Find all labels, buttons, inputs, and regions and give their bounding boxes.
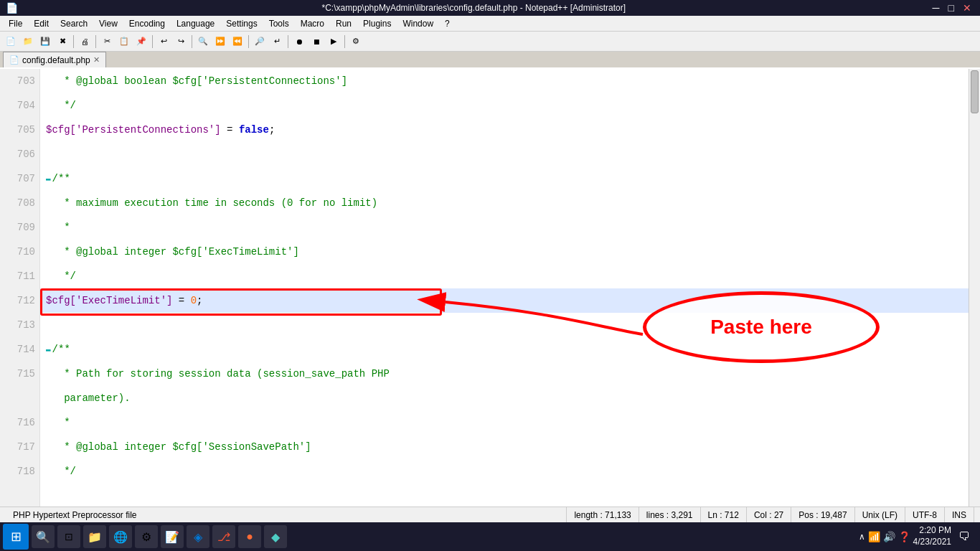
ln-status: Ln : 712	[701, 507, 747, 522]
menu-settings[interactable]: Settings	[220, 17, 263, 30]
line-numbers: 703 704 705 706 707 708 709 710 711 712 …	[0, 69, 40, 507]
toolbar-undo[interactable]: ↩	[156, 34, 171, 50]
code-line-714: ▬/**	[40, 337, 969, 362]
extra2-taskbar[interactable]: ◆	[264, 525, 287, 548]
fold-icon-714[interactable]: ▬	[46, 337, 51, 362]
code-line-710: * @global integer $cfg['ExecTimeLimit']	[40, 240, 969, 264]
encoding-status: UTF-8	[905, 507, 945, 522]
fold-icon-707[interactable]: ▬	[46, 166, 51, 191]
notification-icon[interactable]: 🗨	[954, 527, 974, 547]
start-button[interactable]: ⊞	[3, 524, 29, 550]
code-line-705: $cfg['PersistentConnections'] = false;	[40, 118, 969, 142]
toolbar-print[interactable]: 🖨	[77, 34, 93, 50]
code-line-715b: parameter).	[40, 386, 969, 410]
code-line-712: $cfg['ExecTimeLimit'] = 0;	[40, 288, 969, 313]
search-taskbar-button[interactable]: 🔍	[32, 525, 55, 548]
code-lines: * @global boolean $cfg['PersistentConnec…	[40, 69, 969, 484]
code-line-706	[40, 142, 969, 166]
toolbar: 📄 📁 💾 ✖ 🖨 ✂ 📋 📌 ↩ ↪ 🔍 ⏩ ⏪ 🔎 ↵ ⏺ ⏹ ▶ ⚙	[0, 32, 980, 52]
code-line-718: */	[40, 459, 969, 484]
taskbar-clock[interactable]: 2:20 PM 4/23/2021	[913, 525, 951, 547]
menu-run[interactable]: Run	[330, 17, 357, 30]
menu-file[interactable]: File	[3, 17, 28, 30]
toolbar-open[interactable]: 📁	[20, 34, 36, 50]
notepad-icon: 📝	[165, 530, 179, 544]
explorer-taskbar[interactable]: 📁	[83, 525, 106, 548]
toolbar-macro-rec[interactable]: ⏺	[291, 34, 307, 50]
window-controls: ─ □ ✕	[930, 2, 974, 14]
title-bar: 📄 *C:\xampp\phpMyAdmin\libraries\config.…	[0, 0, 980, 16]
code-line-704: */	[40, 93, 969, 118]
search-taskbar-icon: 🔍	[36, 530, 50, 544]
col-status: Col : 27	[747, 507, 791, 522]
toolbar-macro-play[interactable]: ▶	[326, 34, 341, 50]
toolbar-save[interactable]: 💾	[37, 34, 53, 50]
settings-taskbar[interactable]: ⚙	[135, 525, 158, 548]
notif-icon: 🗨	[958, 530, 970, 543]
file-type-status: PHP Hypertext Preprocessor file	[6, 507, 567, 522]
toolbar-findprev[interactable]: ⏪	[230, 34, 245, 50]
lines-status: lines : 3,291	[639, 507, 701, 522]
code-line-717: * @global integer $cfg['SessionSavePath'…	[40, 435, 969, 459]
settings-icon: ⚙	[141, 530, 151, 544]
toolbar-wrap[interactable]: ↵	[269, 34, 285, 50]
vscode-taskbar[interactable]: ◈	[187, 525, 209, 548]
toolbar-redo[interactable]: ↪	[173, 34, 189, 50]
menu-plugins[interactable]: Plugins	[357, 17, 397, 30]
menu-tools[interactable]: Tools	[263, 17, 295, 30]
toolbar-macro-stop[interactable]: ⏹	[308, 34, 324, 50]
menu-macro[interactable]: Macro	[295, 17, 330, 30]
tab-config-default[interactable]: 📄 config.default.php ✕	[3, 52, 106, 67]
code-line-715: * Path for storing session data (session…	[40, 362, 969, 386]
tray-show-hidden[interactable]: ∧	[859, 532, 865, 542]
code-line-707: ▬/**	[40, 166, 969, 191]
folder-icon: 📁	[88, 530, 102, 544]
toolbar-paste[interactable]: 📌	[133, 34, 149, 50]
maximize-button[interactable]: □	[946, 2, 957, 14]
menu-search[interactable]: Search	[55, 17, 93, 30]
toolbar-zoom-in[interactable]: 🔎	[252, 34, 268, 50]
tray-network-icon[interactable]: 📶	[868, 531, 880, 542]
toolbar-copy[interactable]: 📋	[116, 34, 132, 50]
code-area[interactable]: * @global boolean $cfg['PersistentConnec…	[40, 69, 969, 507]
toolbar-closeall[interactable]: ✖	[55, 34, 70, 50]
menu-view[interactable]: View	[93, 17, 123, 30]
code-line-703: * @global boolean $cfg['PersistentConnec…	[40, 69, 969, 93]
close-button[interactable]: ✕	[960, 2, 974, 14]
extra1-taskbar[interactable]: ●	[238, 525, 261, 548]
editor-container: 703 704 705 706 707 708 709 710 711 712 …	[0, 69, 980, 507]
tray-speaker-icon[interactable]: 🔊	[883, 531, 895, 542]
window-title: *C:\xampp\phpMyAdmin\libraries\config.de…	[18, 3, 930, 13]
windows-icon: ⊞	[11, 529, 22, 545]
minimize-button[interactable]: ─	[930, 2, 943, 14]
menu-help[interactable]: ?	[439, 17, 456, 30]
tab-close-button[interactable]: ✕	[93, 55, 100, 65]
taskbar-date: 4/23/2021	[913, 537, 951, 548]
toolbar-new[interactable]: 📄	[3, 34, 19, 50]
app1-icon: ●	[246, 530, 253, 543]
menu-language[interactable]: Language	[171, 17, 220, 30]
tray-help-icon[interactable]: ❓	[898, 531, 910, 542]
taskbar-time: 2:20 PM	[913, 525, 951, 537]
status-bar: PHP Hypertext Preprocessor file length :…	[0, 507, 980, 522]
toolbar-cut[interactable]: ✂	[99, 34, 115, 50]
mode-status: INS	[945, 507, 974, 522]
toolbar-find[interactable]: 🔍	[195, 34, 211, 50]
toolbar-settings[interactable]: ⚙	[348, 34, 364, 50]
menu-edit[interactable]: Edit	[28, 17, 55, 30]
menu-window[interactable]: Window	[397, 17, 439, 30]
notepad-taskbar[interactable]: 📝	[161, 525, 184, 548]
length-status: length : 71,133	[567, 507, 639, 522]
vscode-icon: ◈	[194, 530, 202, 544]
tab-bar: 📄 config.default.php ✕	[0, 52, 980, 69]
chrome-taskbar[interactable]: 🌐	[109, 525, 132, 548]
menu-encoding[interactable]: Encoding	[123, 17, 171, 30]
toolbar-findnext[interactable]: ⏩	[212, 34, 228, 50]
taskbar: ⊞ 🔍 ⊡ 📁 🌐 ⚙ 📝 ◈ ⎇ ● ◆ ∧ 📶 🔊 ❓ 2:20 PM 4/…	[0, 522, 980, 551]
code-line-713	[40, 313, 969, 337]
git-taskbar[interactable]: ⎇	[212, 525, 235, 548]
taskview-button[interactable]: ⊡	[57, 525, 80, 548]
menu-bar: File Edit Search View Encoding Language …	[0, 16, 980, 32]
tab-icon: 📄	[9, 55, 19, 65]
vertical-scrollbar[interactable]	[969, 69, 980, 507]
